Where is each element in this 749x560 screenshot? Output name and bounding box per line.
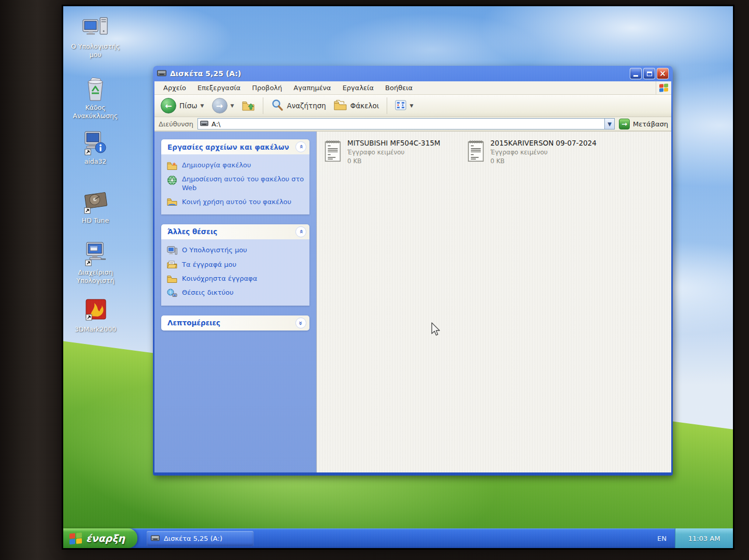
menu-help[interactable]: Βοήθεια [379, 84, 418, 92]
panel-file-tasks-header[interactable]: Εργασίες αρχείων και φακέλων » [161, 139, 309, 154]
desktop-icon-label: aida32 [66, 157, 124, 166]
file-item[interactable]: 2015KARIVERSON 09-07-2024 Έγγραφο κειμέν… [467, 139, 606, 166]
text-file-icon [467, 139, 485, 166]
file-type: Έγγραφο κειμένου [347, 148, 440, 157]
go-button[interactable]: → Μετάβαση [619, 119, 668, 130]
explorer-window: Δισκέτα 5,25 (A:) × Αρχείο Επεξεργασία Π… [153, 66, 673, 476]
folders-button[interactable]: Φάκελοι [331, 98, 382, 113]
folder-up-icon [242, 99, 255, 113]
toolbar-separator [387, 97, 387, 114]
task-link-publish-web[interactable]: Δημοσίευση αυτού του φακέλου στο Web [167, 175, 305, 193]
desktop-icon-recycle-bin[interactable]: Κάδος Ανακύκλωσης [66, 76, 124, 120]
monitor-screen: Ο Υπολογιστής μου Κάδος Ανακύκλωσης [63, 6, 733, 548]
desktop-icon-my-computer[interactable]: Ο Υπολογιστής μου [66, 15, 124, 59]
file-item[interactable]: MITSUBISHI MF504C-315M Έγγραφο κειμένου … [324, 139, 463, 166]
back-dropdown-icon[interactable]: ▼ [201, 103, 204, 108]
task-link-share-folder[interactable]: Κοινή χρήση αυτού του φακέλου [167, 198, 305, 207]
collapse-chevron-icon[interactable]: » [295, 226, 306, 237]
network-places-icon [167, 289, 177, 298]
address-input[interactable]: A:\ ▼ [197, 118, 615, 130]
desktop-icon-hd-tune[interactable]: HD Tune [66, 189, 124, 225]
forward-dropdown-icon[interactable]: ▼ [231, 103, 234, 108]
place-link-shared-documents[interactable]: Κοινόχρηστα έγγραφα [167, 275, 305, 283]
desktop-icon-label: 3DMark2000 [66, 325, 124, 334]
aida32-icon [66, 130, 124, 155]
taskbar-task-floppy-window[interactable]: Δισκέτα 5,25 (A:) [147, 531, 253, 546]
panel-other-places-body: Ο Υπολογιστής μου [161, 239, 309, 306]
place-link-my-documents[interactable]: Τα έγγραφά μου [167, 261, 305, 269]
search-icon [271, 99, 284, 113]
desktop-icon-label: Διαχείριση Υπολογιστή [66, 268, 124, 284]
taskbar: έναρξη Δισκέτα 5,25 (A:) EN 11:03 AM [63, 528, 733, 548]
address-label: Διεύθυνση [159, 120, 193, 128]
menu-edit[interactable]: Επεξεργασία [192, 84, 246, 92]
address-dropdown-button[interactable]: ▼ [604, 119, 614, 129]
panel-details-header[interactable]: Λεπτομέρειες » [161, 315, 309, 331]
system-tray: 11:03 AM [675, 528, 733, 548]
views-button[interactable]: ▼ [392, 99, 416, 113]
forward-button[interactable]: → ▼ [209, 97, 237, 114]
panel-other-places: Άλλες θέσεις » [161, 224, 309, 306]
desktop-icon-aida32[interactable]: aida32 [66, 130, 124, 166]
go-arrow-icon: → [619, 119, 630, 130]
panel-title: Λεπτομέρειες [167, 319, 220, 327]
place-link-my-computer[interactable]: Ο Υπολογιστής μου [167, 246, 305, 255]
go-label: Μετάβαση [633, 120, 668, 128]
menu-tools[interactable]: Εργαλεία [337, 84, 379, 92]
back-icon: ← [161, 98, 176, 113]
panel-file-tasks-body: Δημιουργία φακέλου [161, 154, 309, 214]
web-publish-icon [167, 175, 177, 185]
search-label: Αναζήτηση [287, 102, 326, 110]
maximize-button[interactable] [643, 68, 655, 79]
collapse-chevron-icon[interactable]: » [295, 141, 306, 152]
search-button[interactable]: Αναζήτηση [268, 98, 328, 114]
folders-icon [334, 99, 347, 112]
expand-chevron-icon[interactable]: » [295, 318, 306, 328]
file-name: MITSUBISHI MF504C-315M [347, 139, 440, 147]
recycle-bin-icon [66, 76, 124, 102]
3dmark2000-icon [66, 297, 124, 323]
panel-title: Άλλες θέσεις [167, 227, 217, 236]
start-button[interactable]: έναρξη [63, 528, 137, 548]
start-label: έναρξη [86, 533, 125, 544]
desktop-icon-3dmark2000[interactable]: 3DMark2000 [66, 297, 124, 334]
up-button[interactable] [239, 98, 258, 114]
place-link-label: Κοινόχρηστα έγγραφα [182, 275, 257, 283]
close-icon: × [659, 69, 666, 78]
language-indicator[interactable]: EN [649, 535, 675, 542]
panel-details: Λεπτομέρειες » [161, 315, 309, 331]
forward-icon: → [212, 98, 228, 113]
views-dropdown-icon[interactable]: ▼ [409, 103, 413, 108]
clock: 11:03 AM [688, 535, 720, 542]
menu-view[interactable]: Προβολή [246, 84, 288, 92]
panel-other-places-header[interactable]: Άλλες θέσεις » [161, 224, 309, 239]
windows-flag-icon [69, 532, 82, 544]
file-list-area[interactable]: MITSUBISHI MF504C-315M Έγγραφο κειμένου … [316, 132, 671, 472]
panel-file-tasks: Εργασίες αρχείων και φακέλων » [161, 139, 309, 214]
menu-favorites[interactable]: Αγαπημένα [288, 84, 336, 92]
windows-logo [656, 81, 671, 94]
back-label: Πίσω [179, 102, 197, 110]
minimize-button[interactable] [630, 68, 642, 79]
new-folder-icon [167, 161, 177, 170]
floppy-drive-icon [200, 120, 208, 128]
menu-file[interactable]: Αρχείο [158, 84, 192, 92]
address-value: A:\ [211, 120, 220, 128]
minimize-icon [633, 75, 638, 77]
task-label: Δισκέτα 5,25 (A:) [164, 535, 222, 542]
text-file-icon [324, 139, 342, 166]
task-link-label: Κοινή χρήση αυτού του φακέλου [182, 198, 291, 207]
shared-documents-icon [167, 275, 177, 283]
back-button[interactable]: ← Πίσω ▼ [158, 97, 207, 114]
desktop-icon-computer-management[interactable]: Διαχείριση Υπολογιστή [66, 240, 124, 284]
task-link-new-folder[interactable]: Δημιουργία φακέλου [167, 161, 305, 170]
window-titlebar[interactable]: Δισκέτα 5,25 (A:) × [154, 66, 671, 81]
shared-folder-icon [167, 198, 177, 207]
toolbar-separator [263, 97, 263, 114]
hd-tune-icon [66, 189, 124, 214]
place-link-network-places[interactable]: Θέσεις δικτύου [167, 289, 305, 298]
address-bar: Διεύθυνση A:\ ▼ → Μετάβαση [154, 117, 671, 132]
mouse-cursor [430, 322, 441, 339]
menu-bar: Αρχείο Επεξεργασία Προβολή Αγαπημένα Εργ… [154, 81, 671, 95]
close-button[interactable]: × [657, 68, 669, 79]
